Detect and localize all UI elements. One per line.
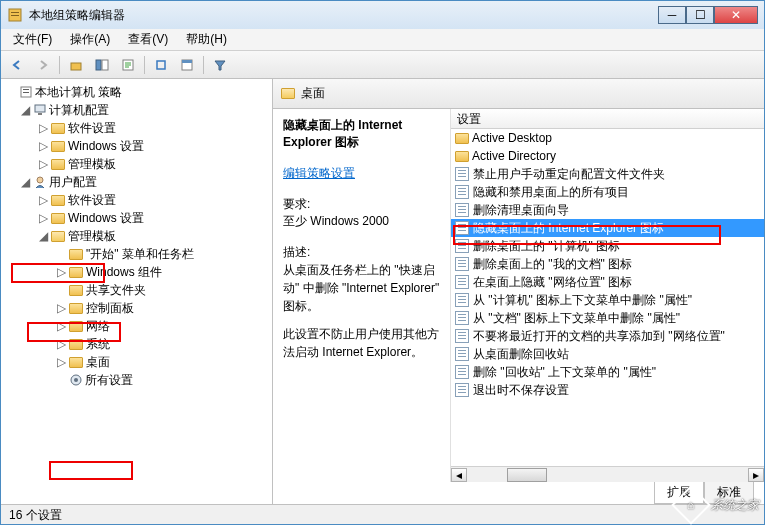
menu-action[interactable]: 操作(A) [62,29,118,50]
folder-icon [455,133,469,144]
tree-desktop[interactable]: ▷桌面 [1,353,272,371]
expander-icon[interactable]: ▷ [55,320,67,332]
expander-icon[interactable] [5,86,17,98]
statusbar: 16 个设置 [1,504,764,524]
expander-icon[interactable]: ▷ [55,356,67,368]
menu-file[interactable]: 文件(F) [5,29,60,50]
folder-icon [69,285,83,296]
list-item-label: 隐藏桌面上的 Internet Explorer 图标 [473,220,664,237]
tree-all-settings[interactable]: 所有设置 [1,371,272,389]
expander-icon[interactable]: ▷ [37,194,49,206]
tree-win-components[interactable]: ▷Windows 组件 [1,263,272,281]
tree-uc-windows[interactable]: ▷Windows 设置 [1,209,272,227]
menu-view[interactable]: 查看(V) [120,29,176,50]
tree-network[interactable]: ▷网络 [1,317,272,335]
list-item[interactable]: Active Desktop [451,129,764,147]
svg-rect-2 [11,15,19,16]
show-hide-button[interactable] [90,54,114,76]
filter-button[interactable] [208,54,232,76]
tree-uc-templates[interactable]: ◢管理模板 [1,227,272,245]
list-item-label: 删除桌面上的 "计算机" 图标 [473,238,620,255]
list-item[interactable]: 从桌面删除回收站 [451,345,764,363]
tree-control-panel[interactable]: ▷控制面板 [1,299,272,317]
list-item[interactable]: 隐藏和禁用桌面上的所有项目 [451,183,764,201]
menu-help[interactable]: 帮助(H) [178,29,235,50]
tree-pane[interactable]: 本地计算机 策略 ◢计算机配置 ▷软件设置 ▷Windows 设置 ▷管理模板 … [1,79,273,504]
header-title: 桌面 [301,85,325,102]
scroll-thumb[interactable] [507,468,547,482]
watermark-text: 系统之家 [711,497,759,514]
list-item[interactable]: 删除 "回收站" 上下文菜单的 "属性" [451,363,764,381]
computer-icon [33,103,49,117]
desc-text-1: 从桌面及任务栏上的 "快速启动" 中删除 "Internet Explorer"… [283,261,440,315]
list-items[interactable]: Active DesktopActive Directory禁止用户手动重定向配… [451,129,764,466]
titlebar[interactable]: 本地组策略编辑器 ─ ☐ ✕ [1,1,764,29]
expander-icon[interactable]: ▷ [37,140,49,152]
tree-root[interactable]: 本地计算机 策略 [1,83,272,101]
maximize-button[interactable]: ☐ [686,6,714,24]
expander-icon[interactable] [55,284,67,296]
tree-cc-windows[interactable]: ▷Windows 设置 [1,137,272,155]
list-item[interactable]: 从 "计算机" 图标上下文菜单中删除 "属性" [451,291,764,309]
tree-shared-folders[interactable]: 共享文件夹 [1,281,272,299]
edit-policy-link[interactable]: 编辑策略设置 [283,166,355,180]
refresh-button[interactable] [149,54,173,76]
expander-icon[interactable]: ▷ [37,122,49,134]
tree-label: 共享文件夹 [86,282,146,299]
expander-icon[interactable]: ◢ [19,104,31,116]
tree-cc-software[interactable]: ▷软件设置 [1,119,272,137]
tree-uc-software[interactable]: ▷软件设置 [1,191,272,209]
toolbar-separator [59,56,60,74]
list-item[interactable]: 禁止用户手动重定向配置文件文件夹 [451,165,764,183]
tree-start-taskbar[interactable]: "开始" 菜单和任务栏 [1,245,272,263]
list-item[interactable]: 隐藏桌面上的 Internet Explorer 图标 [451,219,764,237]
minimize-button[interactable]: ─ [658,6,686,24]
expander-icon[interactable]: ◢ [19,176,31,188]
scroll-right-button[interactable]: ▸ [748,468,764,482]
expander-icon[interactable]: ▷ [55,338,67,350]
expander-icon[interactable]: ◢ [37,230,49,242]
watermark: ⌂ 系统之家 [677,491,759,519]
list-item-label: 删除 "回收站" 上下文菜单的 "属性" [473,364,656,381]
setting-icon [455,257,469,271]
expander-icon[interactable]: ▷ [55,266,67,278]
properties-button[interactable] [175,54,199,76]
scroll-left-button[interactable]: ◂ [451,468,467,482]
expander-icon[interactable] [55,248,67,260]
list-item[interactable]: 删除清理桌面向导 [451,201,764,219]
forward-button[interactable] [31,54,55,76]
tree-user-config[interactable]: ◢用户配置 [1,173,272,191]
horizontal-scrollbar[interactable]: ◂ ▸ [451,466,764,482]
folder-icon [51,213,65,224]
list-item[interactable]: 从 "文档" 图标上下文菜单中删除 "属性" [451,309,764,327]
expander-icon[interactable]: ▷ [55,302,67,314]
tree-label: 桌面 [86,354,110,371]
folder-icon [69,357,83,368]
setting-icon [455,185,469,199]
list-item-label: Active Directory [472,149,556,163]
list-item-label: 隐藏和禁用桌面上的所有项目 [473,184,629,201]
tree-computer-config[interactable]: ◢计算机配置 [1,101,272,119]
list-item[interactable]: 删除桌面上的 "我的文档" 图标 [451,255,764,273]
tree-system[interactable]: ▷系统 [1,335,272,353]
tree-cc-templates[interactable]: ▷管理模板 [1,155,272,173]
list-item[interactable]: Active Directory [451,147,764,165]
expander-icon[interactable]: ▷ [37,158,49,170]
back-button[interactable] [5,54,29,76]
tree-label: 管理模板 [68,156,116,173]
folder-icon [455,151,469,162]
svg-rect-12 [23,92,29,93]
expander-icon[interactable]: ▷ [37,212,49,224]
svg-rect-13 [35,105,45,112]
setting-icon [455,221,469,235]
list-item[interactable]: 删除桌面上的 "计算机" 图标 [451,237,764,255]
up-button[interactable] [64,54,88,76]
list-item[interactable]: 不要将最近打开的文档的共享添加到 "网络位置" [451,327,764,345]
export-button[interactable] [116,54,140,76]
expander-icon[interactable] [55,374,67,386]
list-item[interactable]: 退出时不保存设置 [451,381,764,399]
list-item[interactable]: 在桌面上隐藏 "网络位置" 图标 [451,273,764,291]
list-header[interactable]: 设置 [451,109,764,129]
close-button[interactable]: ✕ [714,6,758,24]
scroll-track[interactable] [467,468,748,482]
